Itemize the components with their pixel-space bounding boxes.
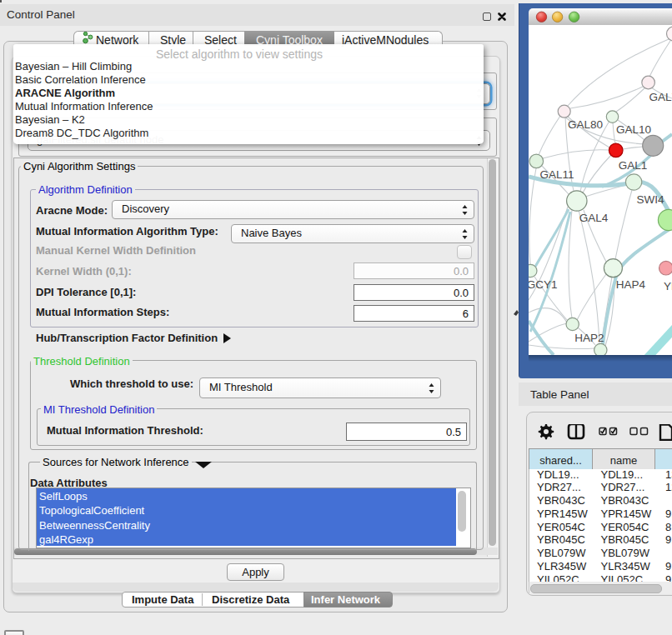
svg-text:YE: YE [664, 280, 672, 292]
svg-text:GAL11: GAL11 [539, 168, 574, 181]
svg-text:HAP2: HAP2 [574, 332, 604, 344]
svg-text:GAL7: GAL7 [649, 91, 672, 103]
svg-text:SWI4: SWI4 [636, 193, 664, 206]
svg-text:GAL4: GAL4 [579, 212, 609, 224]
svg-text:HAP4: HAP4 [616, 278, 646, 291]
svg-text:GAL1: GAL1 [619, 159, 648, 172]
svg-text:GCY1: GCY1 [529, 278, 557, 291]
svg-text:GAL80: GAL80 [568, 118, 603, 131]
svg-text:GAL10: GAL10 [616, 123, 651, 136]
